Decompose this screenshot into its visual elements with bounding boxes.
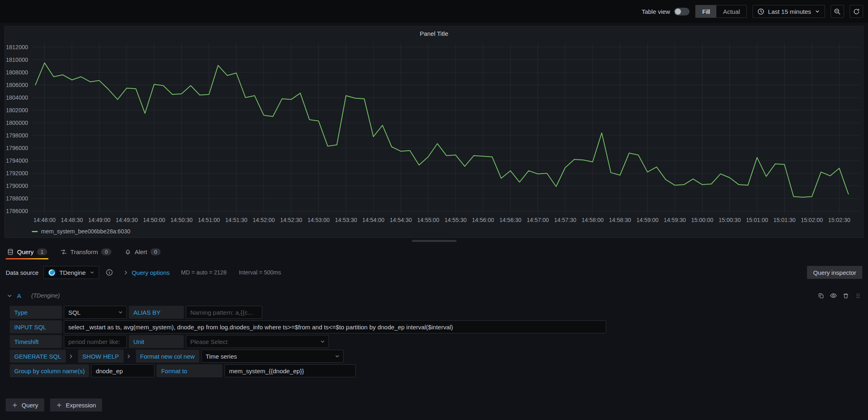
hide-query-button[interactable] [830,292,837,299]
zoom-out-icon [834,8,841,15]
alias-by-label: ALIAS BY [129,306,184,319]
y-tick-label: 1790000 [6,183,28,189]
unit-select-value: Please Select [190,338,228,345]
show-help-button[interactable]: SHOW HELP [78,350,124,363]
datasource-label: Data source [6,269,39,276]
toggle-knob [675,9,681,15]
duplicate-query-button[interactable] [818,292,824,299]
time-range-label: Last 15 minutes [768,8,811,15]
x-tick-label: 14:56:00 [472,217,494,223]
y-tick-label: 1806000 [6,82,28,88]
zoom-out-button[interactable] [831,5,844,18]
x-tick-label: 14:49:30 [115,217,138,223]
database-icon [7,248,14,255]
chevron-down-icon [7,293,13,299]
input-sql-input[interactable] [64,320,606,333]
unit-label: Unit [129,335,184,348]
plus-icon [56,402,62,408]
table-view-toggle[interactable] [674,8,690,15]
form-row-group-by: Group by column name(s) Format to [10,364,862,377]
time-series-plot[interactable] [32,43,860,214]
query-inspector-button[interactable]: Query inspector [807,266,862,279]
trash-icon [842,292,849,299]
x-tick-label: 14:55:00 [417,217,439,223]
fill-option[interactable]: Fill [696,5,716,17]
panel-resize-handle[interactable] [412,240,457,242]
time-range-picker[interactable]: Last 15 minutes [753,5,825,18]
format-to-input[interactable] [224,364,356,377]
datasource-help-button[interactable] [106,269,113,276]
x-axis: 14:48:0014:48:3014:49:0014:49:3014:50:00… [32,217,860,225]
x-tick-label: 14:48:30 [61,217,83,223]
refresh-button[interactable] [850,5,863,18]
x-tick-label: 14:54:00 [362,217,385,223]
actual-option[interactable]: Actual [716,5,746,17]
datasource-name: TDengine [59,269,86,276]
timeshift-input[interactable] [64,335,127,348]
y-axis: 1786000178800017900001792000179400017960… [7,43,30,214]
x-tick-label: 14:57:30 [554,217,576,223]
query-ref-id[interactable]: A [17,292,21,299]
tab-query-label: Query [17,248,34,255]
panel-resize-row [0,238,868,244]
group-by-input[interactable] [91,364,154,377]
bottom-actions: Query Expression [6,398,862,411]
format-select-value: Time series [206,353,237,360]
form-row-type: Type SQL ALIAS BY [10,306,862,319]
type-select[interactable]: SQL [64,306,127,319]
x-tick-label: 14:49:00 [88,217,111,223]
y-tick-label: 1794000 [6,157,28,164]
panel-editor-topbar: Table view Fill Actual Last 15 minutes [0,0,868,23]
x-tick-label: 14:59:00 [636,217,659,223]
legend-series-label: mem_system_bee006bbe28a:6030 [41,228,131,235]
legend-item[interactable]: mem_system_bee006bbe28a:6030 [32,228,131,235]
drag-handle-icon[interactable] [855,292,861,299]
form-row-timeshift: Timeshift Unit Please Select [10,335,862,348]
y-tick-label: 1802000 [6,107,28,113]
form-row-input-sql: INPUT SQL [10,320,862,333]
alias-by-input[interactable] [186,306,262,319]
x-tick-label: 15:00:00 [691,217,714,223]
tab-alert[interactable]: Alert 0 [123,244,162,259]
x-tick-label: 14:51:00 [198,217,220,223]
y-tick-label: 1808000 [6,69,28,76]
add-expression-button[interactable]: Expression [50,398,102,411]
y-tick-label: 1786000 [6,208,28,214]
chevron-down-icon [89,270,95,275]
add-query-button[interactable]: Query [6,398,44,411]
table-view-label: Table view [642,8,670,15]
add-expression-label: Expression [66,402,96,409]
format-select[interactable]: Time series [201,350,344,363]
y-tick-label: 1798000 [6,132,28,139]
generate-sql-button[interactable]: GENERATE SQL [10,350,66,363]
x-tick-label: 14:58:30 [609,217,631,223]
copy-icon [818,292,824,299]
chart-svg [32,43,860,214]
plus-icon [12,402,18,408]
x-tick-label: 14:55:30 [444,217,467,223]
y-tick-label: 1804000 [6,94,28,101]
eye-icon [830,292,837,299]
query-row-actions [818,292,861,299]
tab-transform[interactable]: Transform 0 [59,244,113,259]
datasource-picker[interactable]: TDengine [44,266,99,279]
query-datasource-hint: (TDengine) [31,292,60,299]
tab-query-badge: 1 [37,248,47,255]
tab-alert-badge: 0 [150,248,161,255]
input-sql-label: INPUT SQL [10,320,62,333]
refresh-icon [853,8,860,15]
y-tick-label: 1792000 [6,170,28,176]
angle-right-icon[interactable] [68,350,74,363]
y-tick-label: 1810000 [6,57,28,63]
tab-query[interactable]: Query 1 [6,244,48,259]
query-options-toggle[interactable]: Query options [123,269,170,276]
panel: Panel Title 1786000178800017900001792000… [4,26,864,238]
tab-alert-label: Alert [135,248,147,255]
delete-query-button[interactable] [842,292,849,299]
collapse-query-button[interactable] [7,293,13,299]
tab-transform-badge: 0 [101,248,111,255]
unit-select[interactable]: Please Select [186,335,329,348]
angle-right-icon[interactable] [126,350,132,363]
editor-tabs: Query 1 Transform 0 Alert 0 [0,244,868,259]
legend-swatch [32,231,38,232]
